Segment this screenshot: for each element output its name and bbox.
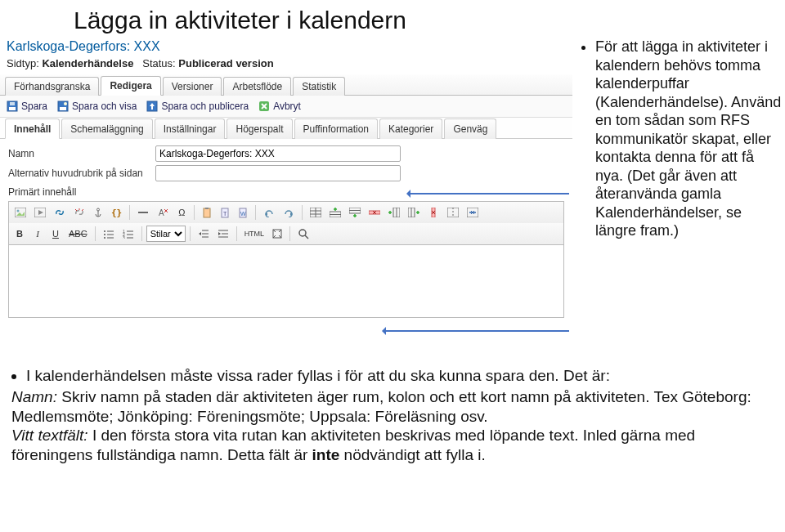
save-label: Spara	[21, 101, 47, 112]
rte-html-btn[interactable]: HTML	[241, 226, 268, 242]
sidtyp-value: Kalenderhändelse	[42, 57, 133, 69]
alt-heading-input[interactable]	[155, 165, 401, 181]
primary-content-label: Primärt innehåll	[8, 186, 564, 198]
svg-text:W: W	[240, 211, 246, 217]
rte-ol-btn[interactable]: 123	[119, 226, 137, 242]
rte-fullscreen-btn[interactable]	[269, 226, 285, 242]
rte-bold-btn[interactable]: B	[11, 226, 28, 242]
svg-rect-4	[60, 107, 66, 110]
rte-indent-btn[interactable]	[214, 226, 232, 242]
bottom-line1-text: Skriv namn på staden där aktiviteten äge…	[11, 388, 751, 425]
rte-row-before-icon[interactable]	[326, 204, 344, 221]
subtab-schedule[interactable]: Schemaläggning	[61, 118, 152, 139]
sidtyp-label: Sidtyp:	[7, 57, 39, 69]
rte-unlink-icon[interactable]	[70, 204, 88, 221]
tab-workflow[interactable]: Arbetsflöde	[223, 77, 291, 96]
svg-line-56	[305, 235, 308, 239]
subtab-shortcut[interactable]: Genväg	[444, 118, 496, 139]
tab-preview[interactable]: Förhandsgranska	[5, 77, 99, 96]
svg-point-36	[104, 230, 105, 232]
rte-outdent-btn[interactable]	[195, 226, 213, 242]
cancel-icon	[258, 101, 270, 112]
status-label: Status:	[142, 57, 175, 69]
rte-paste-text-icon[interactable]: T	[217, 204, 233, 221]
subtab-puff[interactable]: Puffinformation	[294, 118, 379, 139]
rte-special-char-icon[interactable]: Ω	[173, 204, 190, 221]
rte-italic-btn[interactable]: I	[29, 226, 46, 242]
side-explanation: För att lägga in aktiviteter i kalendern…	[582, 38, 782, 240]
subtab-content[interactable]: Innehåll	[5, 118, 60, 139]
name-label: Namn	[8, 148, 155, 159]
subtab-settings[interactable]: Inställningar	[155, 118, 226, 139]
svg-text:A: A	[159, 208, 164, 217]
rte-table-icon[interactable]	[307, 204, 325, 221]
alt-heading-label: Alternativ huvudrubrik på sidan	[8, 168, 155, 179]
rte-col-before-icon[interactable]	[385, 204, 403, 221]
save-publish-label: Spara och publicera	[161, 101, 249, 112]
save-action[interactable]: Spara	[7, 101, 47, 112]
svg-text:T: T	[223, 211, 227, 217]
page-title: Lägga in aktiviteter i kalendern	[74, 7, 785, 34]
subtab-categories[interactable]: Kategorier	[379, 118, 442, 139]
rte-toolbar-row2: B I U ABC 123 Stilar HTML	[8, 223, 564, 244]
rte-row-after-icon[interactable]	[346, 204, 364, 221]
tab-stats[interactable]: Statistik	[293, 77, 345, 96]
save-publish-action[interactable]: Spara och publicera	[146, 101, 249, 112]
rte-clear-format-icon[interactable]: A	[154, 204, 172, 221]
rte-row-delete-icon[interactable]	[366, 204, 384, 221]
annotation-arrow	[409, 193, 569, 194]
rte-col-after-icon[interactable]	[405, 204, 423, 221]
save-view-label: Spara och visa	[72, 101, 137, 112]
rte-hr-icon[interactable]	[134, 204, 152, 221]
editor-panel: Karlskoga-Degerfors: XXX Sidtyp: Kalende…	[0, 38, 572, 324]
rte-script-icon[interactable]: {}	[108, 204, 125, 221]
page-meta: Sidtyp: Kalenderhändelse Status: Publice…	[0, 56, 572, 74]
rte-anchor-icon[interactable]	[90, 204, 106, 221]
rte-image-icon[interactable]	[11, 204, 29, 221]
name-input[interactable]	[155, 145, 401, 162]
svg-point-9	[17, 210, 20, 212]
rte-split-cell-icon[interactable]	[444, 204, 462, 221]
cancel-label: Avbryt	[273, 101, 301, 112]
rte-search-btn[interactable]	[294, 226, 312, 242]
cancel-action[interactable]: Avbryt	[258, 101, 301, 112]
bottom-line2b: nödvändigt att fylla i.	[339, 446, 486, 463]
svg-rect-2	[10, 102, 15, 105]
save-view-action[interactable]: Spara och visa	[57, 101, 137, 112]
rte-ul-btn[interactable]	[100, 226, 118, 242]
side-bullet-text: För att lägga in aktiviteter i kalendern…	[595, 38, 782, 240]
rte-link-icon[interactable]	[51, 204, 69, 221]
svg-text:3: 3	[123, 235, 125, 239]
rte-undo-icon[interactable]	[260, 204, 278, 221]
rte-toolbar-row1: {} A Ω T W	[8, 201, 564, 223]
sub-tabs: Innehåll Schemaläggning Inställningar Hö…	[0, 118, 572, 139]
svg-point-38	[104, 237, 105, 239]
rte-col-delete-icon[interactable]	[424, 204, 442, 221]
svg-rect-14	[205, 208, 209, 209]
bottom-line1-label: Namn:	[11, 388, 57, 405]
rte-merge-cell-icon[interactable]	[464, 204, 482, 221]
rte-paste-icon[interactable]	[199, 204, 215, 221]
action-toolbar: Spara Spara och visa Spara och publicera…	[0, 96, 572, 118]
status-value: Publicerad version	[178, 57, 273, 69]
subtab-rightcol[interactable]: Högerspalt	[227, 118, 292, 139]
top-tabs: Förhandsgranska Redigera Versioner Arbet…	[0, 74, 572, 96]
bottom-line2-bold: inte	[312, 446, 340, 463]
rte-styles-select[interactable]: Stilar	[146, 226, 186, 242]
tab-edit[interactable]: Redigera	[101, 76, 160, 96]
bottom-bullet: I kalenderhändelsen måste vissa rader fy…	[26, 366, 774, 386]
floppy-view-icon	[57, 101, 69, 112]
svg-point-55	[299, 230, 306, 236]
floppy-publish-icon	[146, 101, 158, 112]
rte-underline-btn[interactable]: U	[47, 226, 64, 242]
rte-strike-btn[interactable]: ABC	[65, 226, 91, 242]
tab-versions[interactable]: Versioner	[163, 77, 222, 96]
rte-paste-word-icon[interactable]: W	[235, 204, 251, 221]
content-form: Namn Alternativ huvudrubrik på sidan Pri…	[0, 139, 572, 324]
rte-body[interactable]	[8, 244, 564, 318]
svg-rect-1	[9, 107, 16, 110]
rte-media-icon[interactable]	[31, 204, 49, 221]
bottom-line2-label: Vitt textfält:	[11, 427, 88, 444]
rte-redo-icon[interactable]	[280, 204, 298, 221]
svg-rect-13	[204, 208, 210, 217]
